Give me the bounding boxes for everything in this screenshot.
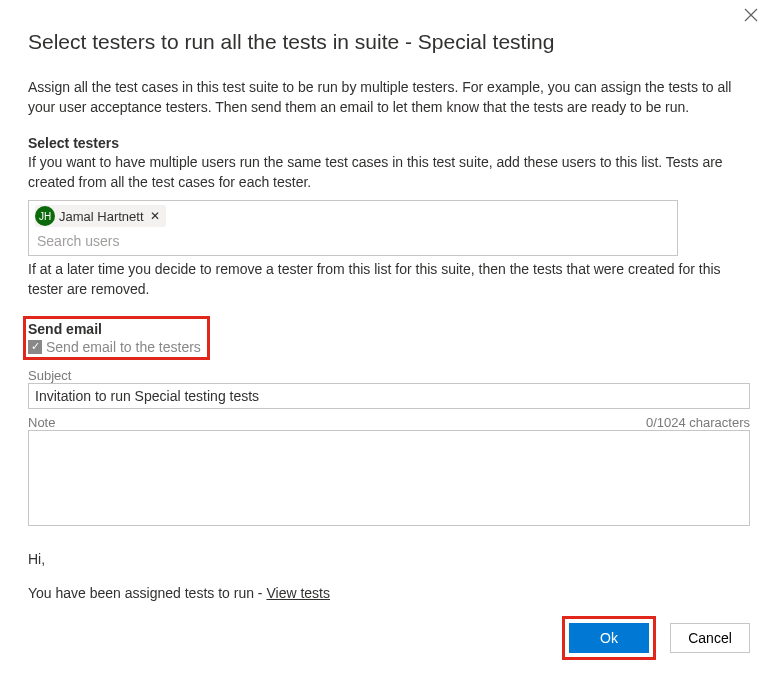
email-preview: Hi, You have been assigned tests to run … <box>28 551 750 601</box>
close-icon <box>744 8 758 22</box>
select-testers-heading: Select testers <box>28 135 750 151</box>
send-email-checkbox-row[interactable]: ✓ Send email to the testers <box>28 339 201 355</box>
close-button[interactable] <box>744 8 764 28</box>
send-email-checkbox-label: Send email to the testers <box>46 339 201 355</box>
dialog-intro: Assign all the test cases in this test s… <box>28 78 750 117</box>
preview-greeting: Hi, <box>28 551 750 567</box>
view-tests-link[interactable]: View tests <box>266 585 330 601</box>
note-label: Note <box>28 415 55 430</box>
note-meta-row: Note 0/1024 characters <box>28 415 750 430</box>
dialog-buttons: Ok Cancel <box>562 616 750 660</box>
tester-picker[interactable]: JH Jamal Hartnett ✕ Search users <box>28 200 678 256</box>
avatar: JH <box>35 206 55 226</box>
tester-chip[interactable]: JH Jamal Hartnett ✕ <box>35 205 166 227</box>
send-email-highlight: Send email ✓ Send email to the testers <box>23 316 210 360</box>
note-textarea[interactable] <box>28 430 750 526</box>
dialog-title: Select testers to run all the tests in s… <box>28 30 750 54</box>
preview-body-prefix: You have been assigned tests to run - <box>28 585 266 601</box>
subject-label: Subject <box>28 368 750 383</box>
note-counter: 0/1024 characters <box>646 415 750 430</box>
remove-tester-icon[interactable]: ✕ <box>150 209 160 223</box>
search-users-input[interactable]: Search users <box>29 231 677 255</box>
tester-chip-name: Jamal Hartnett <box>59 209 144 224</box>
preview-body: You have been assigned tests to run - Vi… <box>28 585 750 601</box>
select-testers-desc: If you want to have multiple users run t… <box>28 153 750 192</box>
cancel-button[interactable]: Cancel <box>670 623 750 653</box>
assign-testers-dialog: Select testers to run all the tests in s… <box>0 0 778 680</box>
ok-highlight: Ok <box>562 616 656 660</box>
subject-input[interactable] <box>28 383 750 409</box>
checkbox-icon[interactable]: ✓ <box>28 340 42 354</box>
send-email-heading: Send email <box>28 321 201 337</box>
tester-removal-note: If at a later time you decide to remove … <box>28 260 750 299</box>
tester-chip-row: JH Jamal Hartnett ✕ <box>29 201 677 231</box>
ok-button[interactable]: Ok <box>569 623 649 653</box>
